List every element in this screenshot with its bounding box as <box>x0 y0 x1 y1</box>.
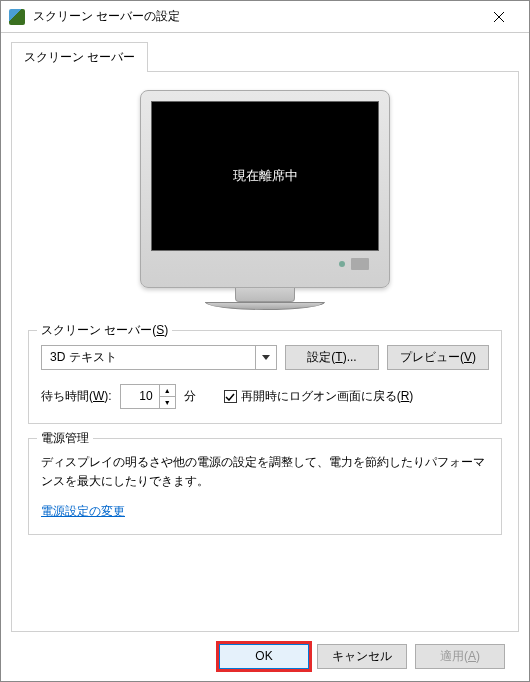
tab-strip: スクリーン セーバー <box>11 41 519 72</box>
app-icon <box>9 9 25 25</box>
titlebar: スクリーン セーバーの設定 <box>1 1 529 33</box>
monitor-screen: 現在離席中 <box>151 101 379 251</box>
ok-button[interactable]: OK <box>219 644 309 669</box>
close-icon <box>494 12 504 22</box>
close-button[interactable] <box>476 2 521 32</box>
power-settings-link[interactable]: 電源設定の変更 <box>41 503 489 520</box>
chevron-down-icon <box>255 345 277 370</box>
resume-label: 再開時にログオン画面に戻る(R) <box>241 388 414 405</box>
power-group: 電源管理 ディスプレイの明るさや他の電源の設定を調整して、電力を節約したりパフォ… <box>28 438 502 535</box>
screensaver-dropdown[interactable]: 3D テキスト <box>41 345 277 370</box>
spinner-up-icon[interactable]: ▲ <box>160 385 175 397</box>
monitor-stand <box>235 288 295 302</box>
button-bar: OK キャンセル 適用(A) <box>11 632 519 681</box>
wait-spinner[interactable]: 10 ▲ ▼ <box>120 384 176 409</box>
spinner-down-icon[interactable]: ▼ <box>160 397 175 408</box>
settings-button[interactable]: 設定(T)... <box>285 345 379 370</box>
screensaver-selected: 3D テキスト <box>41 345 255 370</box>
preview-button[interactable]: プレビュー(V) <box>387 345 489 370</box>
wait-label: 待ち時間(W): <box>41 388 112 405</box>
window-title: スクリーン セーバーの設定 <box>33 8 476 25</box>
monitor-preview: 現在離席中 <box>28 90 502 310</box>
screensaver-group: スクリーン セーバー(S) 3D テキスト 設定(T)... プレビュー(V) <box>28 330 502 424</box>
monitor-frame: 現在離席中 <box>140 90 390 288</box>
power-description: ディスプレイの明るさや他の電源の設定を調整して、電力を節約したりパフォーマンスを… <box>41 453 489 491</box>
wait-unit: 分 <box>184 388 196 405</box>
power-group-label: 電源管理 <box>37 430 93 447</box>
resume-checkbox[interactable] <box>224 390 237 403</box>
tab-panel: 現在離席中 スクリーン セーバー(S) 3D テキスト <box>11 72 519 632</box>
monitor-button-icon <box>351 258 369 270</box>
tab-screensaver[interactable]: スクリーン セーバー <box>11 42 148 72</box>
wait-value: 10 <box>121 385 159 408</box>
screensaver-group-label: スクリーン セーバー(S) <box>37 322 172 339</box>
cancel-button[interactable]: キャンセル <box>317 644 407 669</box>
content-area: スクリーン セーバー 現在離席中 スクリーン セーバー(S) <box>1 33 529 681</box>
monitor-base <box>205 302 325 310</box>
apply-button: 適用(A) <box>415 644 505 669</box>
check-icon <box>225 393 235 401</box>
monitor-led-icon <box>339 261 345 267</box>
